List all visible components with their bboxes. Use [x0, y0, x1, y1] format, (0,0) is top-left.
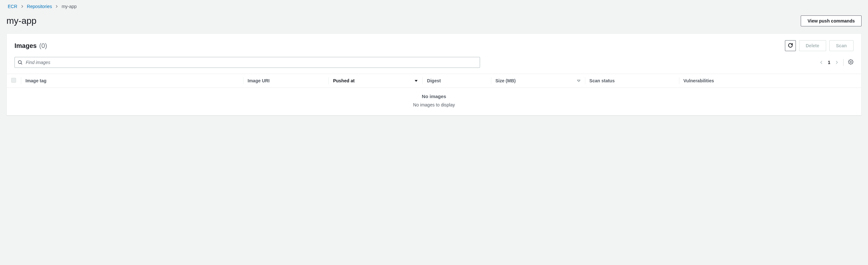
col-image-uri[interactable]: Image URI [243, 74, 329, 88]
col-image-tag[interactable]: Image tag [21, 74, 243, 88]
breadcrumb-link-repositories[interactable]: Repositories [27, 4, 52, 9]
panel-title: Images [14, 42, 37, 49]
pagination: 1 [819, 59, 854, 66]
empty-title: No images [7, 94, 861, 99]
sort-desc-icon [414, 79, 418, 82]
divider [843, 59, 843, 66]
col-digest[interactable]: Digest [423, 74, 491, 88]
page-title: my-app [6, 16, 36, 26]
search-input[interactable] [14, 57, 480, 68]
page-number: 1 [828, 60, 830, 65]
prev-page-button [819, 60, 823, 65]
col-scan-status[interactable]: Scan status [585, 74, 679, 88]
chevron-right-icon [21, 5, 24, 8]
breadcrumb: ECR Repositories my-app [6, 4, 862, 9]
sort-none-icon [577, 79, 581, 82]
images-panel: Images (0) Delete Scan [6, 33, 862, 115]
next-page-button [835, 60, 839, 65]
panel-count: (0) [39, 42, 47, 49]
view-push-commands-button[interactable]: View push commands [801, 15, 862, 26]
svg-point-0 [18, 61, 21, 63]
refresh-icon [788, 43, 793, 49]
col-size[interactable]: Size (MB) [491, 74, 585, 88]
images-table: Image tag Image URI Pushed at [7, 74, 861, 115]
refresh-button[interactable] [785, 40, 796, 51]
select-all-checkbox [11, 78, 16, 82]
col-vulnerabilities[interactable]: Vulnerabilities [679, 74, 861, 88]
empty-subtitle: No images to display [7, 102, 861, 107]
scan-button: Scan [829, 40, 854, 51]
delete-button: Delete [799, 40, 826, 51]
search-icon [18, 60, 23, 65]
col-pushed-at[interactable]: Pushed at [329, 74, 423, 88]
table-settings-button[interactable] [848, 59, 854, 66]
svg-point-1 [850, 61, 851, 62]
empty-state: No images No images to display [7, 88, 861, 115]
gear-icon [848, 59, 854, 66]
breadcrumb-link-ecr[interactable]: ECR [8, 4, 18, 9]
breadcrumb-current: my-app [61, 4, 76, 9]
chevron-right-icon [55, 5, 58, 8]
